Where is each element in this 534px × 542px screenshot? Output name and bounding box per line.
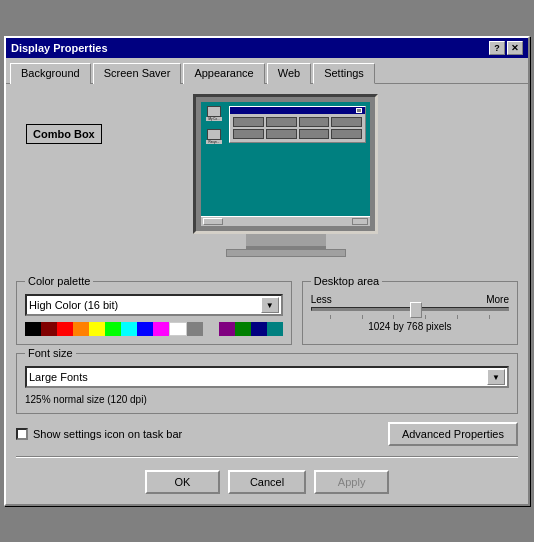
font-size-label: Font size: [25, 347, 76, 359]
font-size-group: Font size Large Fonts ▼ 125% normal size…: [16, 353, 518, 414]
help-button[interactable]: ?: [489, 41, 505, 55]
font-size-dropdown-btn[interactable]: ▼: [487, 369, 505, 385]
swatch-orange: [73, 322, 89, 336]
mini-desktop: My Co... Recyc...: [201, 102, 370, 226]
slider-thumb[interactable]: [410, 302, 422, 318]
advanced-properties-button[interactable]: Advanced Properties: [388, 422, 518, 446]
swatch-silver: [203, 322, 219, 336]
monitor-preview: My Co... Recyc...: [193, 94, 378, 257]
tick-5: [457, 315, 458, 319]
color-palette-label: Color palette: [25, 275, 93, 287]
font-size-value: Large Fonts: [29, 371, 487, 383]
tick-3: [393, 315, 394, 319]
monitor-screen: My Co... Recyc...: [193, 94, 378, 234]
show-settings-label: Show settings icon on task bar: [33, 428, 182, 440]
swatch-white: [169, 322, 187, 336]
title-bar-buttons: ? ✕: [489, 41, 523, 55]
swatch-red: [57, 322, 73, 336]
swatch-darkgreen: [235, 322, 251, 336]
display-properties-dialog: Display Properties ? ✕ Background Screen…: [4, 36, 530, 506]
close-button[interactable]: ✕: [507, 41, 523, 55]
swatch-purple: [219, 322, 235, 336]
swatch-magenta: [153, 322, 169, 336]
swatch-blue: [137, 322, 153, 336]
swatch-darkred: [41, 322, 57, 336]
dialog-title: Display Properties: [11, 42, 108, 54]
tab-screen-saver[interactable]: Screen Saver: [93, 63, 182, 84]
tick-6: [489, 315, 490, 319]
swatch-cyan: [121, 322, 137, 336]
tabs-row: Background Screen Saver Appearance Web S…: [6, 58, 528, 84]
swatch-yellow: [89, 322, 105, 336]
show-settings-checkbox[interactable]: [16, 428, 28, 440]
slider-track[interactable]: [311, 307, 509, 311]
bottom-controls: Show settings icon on task bar Advanced …: [16, 422, 518, 446]
tab-settings[interactable]: Settings: [313, 63, 375, 84]
pixel-info: 1024 by 768 pixels: [311, 321, 509, 332]
desktop-area-label: Desktop area: [311, 275, 382, 287]
divider: [16, 456, 518, 458]
swatch-black: [25, 322, 41, 336]
title-bar: Display Properties ? ✕: [6, 38, 528, 58]
tick-1: [330, 315, 331, 319]
tab-web[interactable]: Web: [267, 63, 311, 84]
font-size-select[interactable]: Large Fonts ▼: [25, 366, 509, 388]
settings-row: Color palette High Color (16 bit) ▼: [16, 281, 518, 345]
tick-2: [362, 315, 363, 319]
combo-box-annotation: Combo Box: [26, 124, 102, 144]
tick-4: [425, 315, 426, 319]
color-palette-dropdown-btn[interactable]: ▼: [261, 297, 279, 313]
tab-appearance[interactable]: Appearance: [183, 63, 264, 84]
normal-size-text: 125% normal size (120 dpi): [25, 394, 509, 405]
color-palette-group: Color palette High Color (16 bit) ▼: [16, 281, 292, 345]
color-palette-value: High Color (16 bit): [29, 299, 261, 311]
slider-more-label: More: [486, 294, 509, 305]
desktop-area-group: Desktop area Less More 1024 by 768 pixel…: [302, 281, 518, 345]
button-row: OK Cancel Apply: [16, 466, 518, 494]
monitor-section: Combo Box My Co...: [16, 94, 518, 269]
color-swatches: [25, 322, 283, 336]
color-palette-select[interactable]: High Color (16 bit) ▼: [25, 294, 283, 316]
checkbox-area: Show settings icon on task bar: [16, 428, 388, 440]
slider-less-label: Less: [311, 294, 332, 305]
swatch-green: [105, 322, 121, 336]
monitor-stand: [226, 249, 346, 257]
apply-button[interactable]: Apply: [314, 470, 389, 494]
main-content: Combo Box My Co...: [6, 84, 528, 504]
cancel-button[interactable]: Cancel: [228, 470, 306, 494]
tab-background[interactable]: Background: [10, 63, 91, 84]
swatch-gray: [187, 322, 203, 336]
swatch-teal: [267, 322, 283, 336]
swatch-navy: [251, 322, 267, 336]
ok-button[interactable]: OK: [145, 470, 220, 494]
monitor-base: [246, 234, 326, 249]
